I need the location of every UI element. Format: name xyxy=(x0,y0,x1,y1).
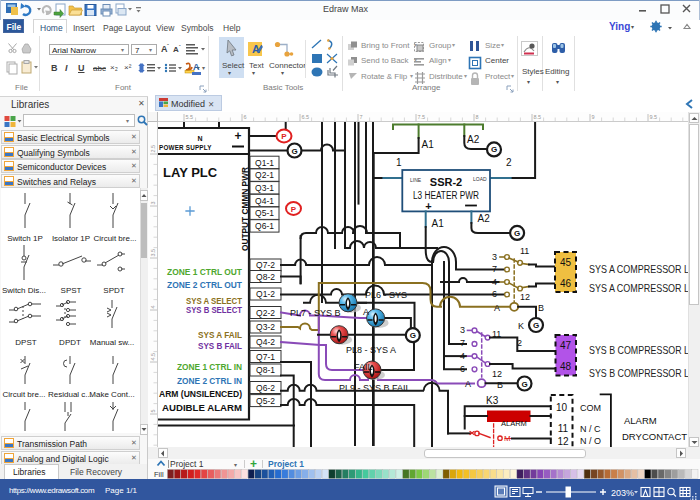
svg-text:Q3-2: Q3-2 xyxy=(256,322,275,332)
svg-text:ZONE 2 CTRL OUT: ZONE 2 CTRL OUT xyxy=(167,280,243,290)
svg-text:A1: A1 xyxy=(422,139,435,150)
svg-text:L3 HEATER PWR: L3 HEATER PWR xyxy=(413,190,479,201)
svg-text:AUDIBLE ALARM: AUDIBLE ALARM xyxy=(162,403,242,413)
svg-text:SYS B SELECT: SYS B SELECT xyxy=(186,305,243,315)
svg-text:7.5: 7.5 xyxy=(418,114,426,120)
svg-text:11: 11 xyxy=(558,423,569,434)
svg-text:SYS A COMPRESSOR L: SYS A COMPRESSOR L xyxy=(589,263,688,275)
svg-text:7: 7 xyxy=(492,264,497,274)
svg-text:4: 4 xyxy=(460,351,465,361)
svg-text:ZONE 1 CTRL IN: ZONE 1 CTRL IN xyxy=(177,362,242,372)
svg-text:8.5: 8.5 xyxy=(534,114,542,120)
svg-text:6: 6 xyxy=(492,289,497,299)
svg-text:Q3-1: Q3-1 xyxy=(255,183,274,193)
svg-text:A: A xyxy=(494,303,500,313)
svg-text:6.5: 6.5 xyxy=(302,114,310,120)
svg-text:P: P xyxy=(281,132,287,141)
svg-text:SSR-2: SSR-2 xyxy=(430,176,462,188)
svg-text:4: 4 xyxy=(150,305,156,308)
svg-text:3: 3 xyxy=(150,201,156,204)
svg-text:B: B xyxy=(538,303,544,313)
svg-text:A: A xyxy=(465,379,471,389)
svg-text:ALARM: ALARM xyxy=(624,415,657,426)
svg-text:N: N xyxy=(197,135,202,142)
svg-text:SYS B COMPRESSOR L: SYS B COMPRESSOR L xyxy=(589,344,688,356)
svg-text:5.5: 5.5 xyxy=(186,114,194,120)
svg-text:1: 1 xyxy=(396,157,402,168)
svg-text:9.5: 9.5 xyxy=(650,114,658,120)
svg-text:12: 12 xyxy=(557,436,569,447)
svg-text:7: 7 xyxy=(360,114,363,120)
svg-text:PL7 - SYS B: PL7 - SYS B xyxy=(290,308,341,318)
svg-text:COM: COM xyxy=(580,403,601,413)
svg-text:9: 9 xyxy=(592,114,595,120)
svg-text:A2: A2 xyxy=(478,213,491,224)
svg-text:Q1-2: Q1-2 xyxy=(256,289,275,299)
svg-text:ZONE 2 CTRL IN: ZONE 2 CTRL IN xyxy=(177,376,242,386)
svg-text:OUTPUT CMMN PWR: OUTPUT CMMN PWR xyxy=(240,167,250,251)
svg-text:6: 6 xyxy=(244,114,247,120)
svg-text:Q8-2: Q8-2 xyxy=(256,272,275,282)
svg-text:G: G xyxy=(514,229,520,238)
svg-text:5: 5 xyxy=(150,409,156,412)
svg-text:PL8 - SYS A: PL8 - SYS A xyxy=(346,345,396,355)
svg-text:SYS A COMPRESSOR L: SYS A COMPRESSOR L xyxy=(589,282,688,294)
svg-text:SYS A SELECT: SYS A SELECT xyxy=(186,296,243,306)
svg-text:Q7-1: Q7-1 xyxy=(256,352,275,362)
svg-text:4: 4 xyxy=(492,277,497,287)
svg-text:G: G xyxy=(291,147,297,156)
svg-text:Q5-2: Q5-2 xyxy=(256,396,275,406)
svg-text:3.5: 3.5 xyxy=(150,249,156,257)
svg-text:ARM (UNSILENCED): ARM (UNSILENCED) xyxy=(159,389,242,399)
svg-text:3: 3 xyxy=(460,325,465,335)
svg-text:4.5: 4.5 xyxy=(150,353,156,361)
svg-text:8: 8 xyxy=(476,114,479,120)
svg-text:LINE: LINE xyxy=(410,177,422,183)
svg-text:SYS B FAIL: SYS B FAIL xyxy=(198,341,243,351)
svg-text:Q6-2: Q6-2 xyxy=(256,383,275,393)
svg-text:POWER SUPPLY: POWER SUPPLY xyxy=(159,144,212,151)
svg-text:6: 6 xyxy=(460,364,465,374)
svg-text:P: P xyxy=(291,205,297,214)
svg-text:Q6-1: Q6-1 xyxy=(255,221,274,231)
svg-text:PL6 - SYS: PL6 - SYS xyxy=(365,290,407,300)
svg-text:Q5-1: Q5-1 xyxy=(255,208,274,218)
svg-text:A: A xyxy=(363,307,369,317)
svg-text:N / C: N / C xyxy=(580,424,601,434)
svg-text:Q1-1: Q1-1 xyxy=(255,158,274,168)
svg-text:Q7-2: Q7-2 xyxy=(256,260,275,270)
svg-text:B: B xyxy=(497,380,503,390)
svg-text:Q8-1: Q8-1 xyxy=(256,365,275,375)
svg-text:ZONE 1 CTRL OUT: ZONE 1 CTRL OUT xyxy=(167,267,243,277)
svg-text:48: 48 xyxy=(560,361,572,372)
svg-text:46: 46 xyxy=(560,278,572,289)
svg-text:12: 12 xyxy=(492,369,502,379)
svg-text:G: G xyxy=(410,331,416,340)
svg-text:12: 12 xyxy=(520,292,530,302)
svg-text:7: 7 xyxy=(460,338,465,348)
svg-text:2: 2 xyxy=(506,157,512,168)
svg-text:SYS A FAIL: SYS A FAIL xyxy=(198,330,243,340)
svg-text:LOAD: LOAD xyxy=(473,176,487,182)
svg-text:DRYCONTACT: DRYCONTACT xyxy=(622,431,687,442)
svg-text:SYS B COMPRESSOR L: SYS B COMPRESSOR L xyxy=(589,367,688,379)
svg-text:2.5: 2.5 xyxy=(150,145,156,153)
svg-text:LAY PLC: LAY PLC xyxy=(163,165,218,180)
svg-text:45: 45 xyxy=(560,257,572,268)
svg-text:K3: K3 xyxy=(486,395,499,406)
svg-text:+: + xyxy=(425,200,431,212)
svg-text:G: G xyxy=(533,321,539,330)
svg-text:G: G xyxy=(521,380,527,389)
svg-text:A1: A1 xyxy=(432,218,445,229)
svg-text:ALARM: ALARM xyxy=(501,419,527,428)
svg-text:47: 47 xyxy=(560,340,572,351)
svg-text:A2: A2 xyxy=(467,134,480,145)
svg-text:10: 10 xyxy=(556,402,568,413)
svg-text:Q2-2: Q2-2 xyxy=(256,308,275,318)
svg-text:Q4-2: Q4-2 xyxy=(256,337,275,347)
svg-text:11: 11 xyxy=(520,246,529,256)
svg-text:N / O: N / O xyxy=(580,436,601,446)
svg-text:+: + xyxy=(234,129,241,143)
svg-text:3: 3 xyxy=(492,252,497,262)
svg-text:FAIL: FAIL xyxy=(354,362,373,372)
